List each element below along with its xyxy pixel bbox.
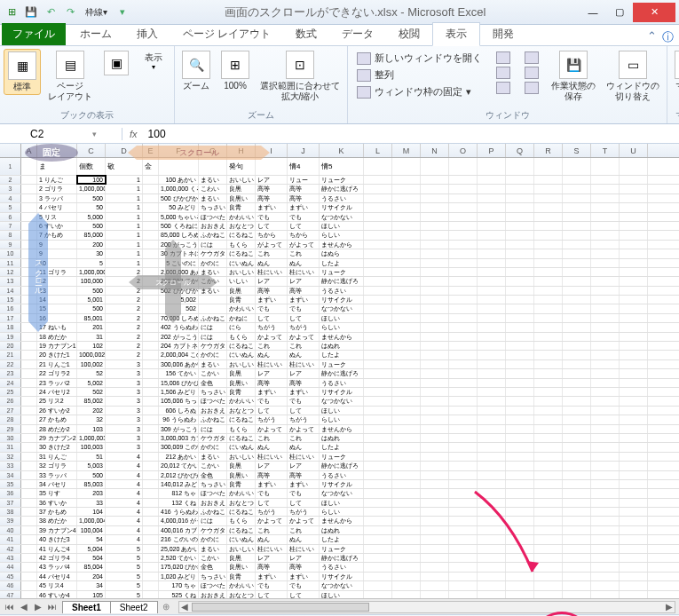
cell[interactable]: 103 [77,425,106,433]
cell[interactable] [591,407,620,415]
cell[interactable]: 52 [77,369,106,377]
cell[interactable] [392,453,421,461]
cell[interactable]: ほつべた [199,489,227,497]
cell[interactable] [506,415,534,423]
cell[interactable] [449,176,478,184]
cell[interactable]: ほしい [320,222,364,230]
cell[interactable] [591,323,620,331]
cell[interactable]: 25 リス2 [37,397,77,405]
cell[interactable] [421,268,449,276]
cell[interactable]: 良黒い [227,194,256,202]
qat-customize-icon[interactable]: ▾ [114,4,130,20]
cell[interactable]: こかい [199,554,227,562]
tab-developer[interactable]: 開発 [480,23,526,45]
cell[interactable] [449,471,478,479]
cell[interactable] [591,462,620,470]
cell[interactable] [563,388,591,396]
cell[interactable]: 39 カナブン4 [37,526,77,534]
cell[interactable] [143,388,159,396]
cell[interactable] [478,581,506,589]
cell[interactable] [506,203,534,211]
cell[interactable]: 1 [106,213,143,221]
sheet-nav-first[interactable]: ⏮ [4,602,16,612]
cell[interactable]: ませんから [320,517,364,525]
cell[interactable] [421,517,449,525]
cell[interactable] [534,462,563,470]
cell[interactable]: リュー [288,176,320,184]
cell[interactable] [392,526,421,534]
cell[interactable]: 良黒い [227,471,256,479]
column-header-O[interactable]: O [449,144,478,157]
cell[interactable] [392,425,421,433]
cell[interactable] [421,489,449,497]
tab-insert[interactable]: 挿入 [124,23,170,45]
cell[interactable] [591,351,620,359]
cell[interactable]: 2,520 てかい [159,554,199,562]
cell[interactable]: レア [288,462,320,470]
cell[interactable] [620,591,648,598]
cell[interactable]: これ [256,249,288,257]
cell[interactable] [478,462,506,470]
cell[interactable] [21,388,37,396]
cell[interactable]: ケウガタ [199,434,227,442]
cell[interactable]: ケウガタ [199,249,227,257]
tab-layout[interactable]: ページ レイアウト [170,23,283,45]
cell[interactable]: 4 パセリ [37,203,77,211]
cell[interactable] [563,573,591,580]
cell[interactable] [506,453,534,461]
row-header[interactable]: 19 [0,333,21,341]
cell[interactable] [21,517,37,525]
cell[interactable] [620,563,648,571]
cell[interactable]: これ [256,526,288,534]
cell[interactable]: 桂にいい [256,545,288,553]
row-header[interactable]: 30 [0,434,21,442]
cell[interactable]: ぬん [288,351,320,359]
cell[interactable]: 金色 [199,471,227,479]
cell[interactable] [449,397,478,405]
cell[interactable] [534,342,563,350]
cell[interactable] [392,563,421,571]
sync-scroll-button[interactable] [521,66,542,80]
cell[interactable] [364,351,392,359]
cell[interactable]: 32 ゴリラ [37,462,77,470]
cell[interactable]: 100 あかい [159,176,199,184]
cell[interactable] [449,213,478,221]
cell[interactable]: 1 [106,176,143,184]
cell[interactable] [143,231,159,239]
cell[interactable] [21,545,37,553]
cell[interactable] [591,203,620,211]
cell[interactable]: 175,020 ぴかぴか [159,563,199,571]
cell[interactable]: 50 [77,203,106,211]
cell[interactable] [449,314,478,322]
cell[interactable] [364,453,392,461]
cell[interactable] [620,304,648,312]
cell[interactable] [21,480,37,488]
row-header[interactable]: 37 [0,499,21,507]
cell[interactable] [421,397,449,405]
cell[interactable] [620,517,648,525]
cell[interactable]: もくら [227,333,256,341]
cell[interactable] [478,388,506,396]
row-header[interactable]: 33 [0,462,21,470]
cell[interactable] [506,277,534,285]
cell[interactable] [478,573,506,580]
cell[interactable] [506,535,534,543]
cell[interactable] [563,591,591,598]
cell[interactable] [534,388,563,396]
cell[interactable] [421,304,449,312]
cell[interactable] [506,591,534,598]
cell[interactable]: 1 [106,259,143,267]
cell[interactable] [506,259,534,267]
cell[interactable]: らしい [320,323,364,331]
cell[interactable] [364,287,392,295]
cell[interactable]: 42 ゴリラ4 [37,554,77,562]
cell[interactable] [506,287,534,295]
row-header[interactable]: 42 [0,545,21,553]
cell[interactable] [506,314,534,322]
cell[interactable] [620,434,648,442]
cell[interactable] [563,369,591,377]
cell[interactable]: 5,001 [77,296,106,304]
cell[interactable] [449,203,478,211]
cell[interactable]: でも [288,213,320,221]
cell[interactable]: 4 [106,489,143,497]
